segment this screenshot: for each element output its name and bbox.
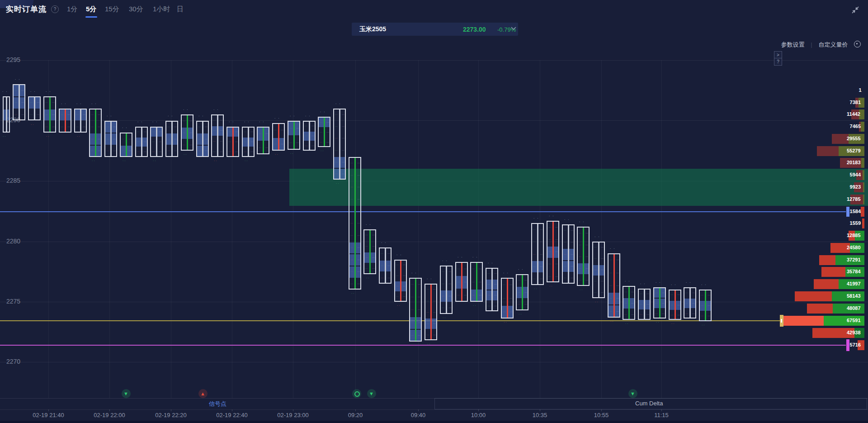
bid-volume-mark: ··· <box>472 280 475 283</box>
bid-volume-mark: ··· <box>624 313 627 316</box>
footer-strip <box>0 421 868 423</box>
bid-volume-mark: ··· <box>335 125 338 128</box>
tab-1小时[interactable]: 1小时 <box>153 5 170 14</box>
candle-delta-line <box>309 122 310 150</box>
param-settings-button[interactable]: 参数设置 <box>781 41 805 48</box>
candle-top-annotation: · · <box>290 114 296 118</box>
candle-delta-line <box>659 288 660 318</box>
bid-volume-mark: ··· <box>594 280 597 282</box>
candle-delta-line <box>65 109 66 132</box>
tab-30分[interactable]: 30分 <box>129 5 143 14</box>
bid-volume-mark: ··· <box>426 311 429 314</box>
bid-volume-mark: ··· <box>411 283 414 285</box>
ask-volume-mark: ··· <box>67 125 70 128</box>
ask-volume-mark: ··· <box>159 130 161 133</box>
bid-volume-mark: ··· <box>411 295 414 298</box>
candle-top-annotation: · · <box>15 78 21 81</box>
tab-5分[interactable]: 5分 <box>86 5 96 14</box>
candle-top-annotation: · · <box>137 120 143 124</box>
candle-top-annotation: · · <box>91 102 97 105</box>
ask-volume-mark: ··· <box>509 297 512 299</box>
signal-marker-ring-green[interactable] <box>352 389 361 398</box>
ask-volume-mark: ··· <box>281 128 283 131</box>
active-tab-underline <box>85 16 97 18</box>
candle-delta-annotation: ·· <box>77 135 81 138</box>
profile-sell-bar <box>783 316 824 326</box>
signal-marker-down-green[interactable]: ▼ <box>367 389 376 398</box>
ask-volume-mark: ··· <box>616 258 619 261</box>
bid-volume-mark: ··· <box>198 149 201 152</box>
ask-volume-mark: ··· <box>571 241 573 243</box>
candle-delta-annotation: ·· <box>610 320 614 323</box>
ask-volume-mark: ··· <box>448 306 451 309</box>
order-flow-window: 实时订单流 ? 1分5分15分30分1小时日 玉米2505 2273.00 -0… <box>0 0 868 423</box>
signal-marker-down-green[interactable]: ▼ <box>122 389 131 398</box>
ask-volume-mark: ··· <box>494 283 497 285</box>
bid-volume-mark: ··· <box>289 141 292 144</box>
bid-volume-mark: ··· <box>365 267 368 270</box>
candle-top-annotation: · · <box>518 268 524 271</box>
candle-delta-annotation: ·· <box>595 300 599 304</box>
ask-volume-mark: ··· <box>52 101 55 104</box>
signal-marker-up-red[interactable]: ▲ <box>198 389 208 398</box>
candle-delta-line <box>491 269 493 310</box>
bid-volume-mark: ··· <box>548 238 551 241</box>
profile-volume-value: 58143 <box>847 293 861 299</box>
ask-volume-mark: ··· <box>464 267 467 270</box>
ask-volume-mark: ··· <box>418 334 420 337</box>
ask-volume-mark: ··· <box>37 113 39 116</box>
bid-volume-mark: ··· <box>685 312 688 315</box>
candle-delta-line <box>110 122 112 156</box>
ask-volume-mark: ··· <box>357 222 360 224</box>
bid-volume-mark: ··· <box>106 125 109 128</box>
ask-volume-mark: ··· <box>403 274 406 277</box>
bid-volume-mark: ··· <box>609 284 612 287</box>
bid-volume-mark: ··· <box>701 304 703 307</box>
candle-top-annotation: · · <box>2 90 8 93</box>
ask-volume-mark: ··· <box>555 262 558 265</box>
ask-volume-mark: ··· <box>98 149 100 152</box>
tab-日[interactable]: 日 <box>177 5 184 14</box>
signal-marker-down-green[interactable]: ▼ <box>628 389 637 398</box>
signal-pane-label[interactable]: 信号点 <box>209 400 226 408</box>
bid-volume-mark: ··· <box>609 271 612 274</box>
candle-delta-line <box>568 225 569 283</box>
collapse-icon[interactable] <box>851 5 860 14</box>
ask-volume-mark: ··· <box>418 283 420 285</box>
bid-volume-mark: ··· <box>137 150 140 153</box>
tab-15分[interactable]: 15分 <box>105 5 119 14</box>
ask-volume-mark: ··· <box>479 294 481 296</box>
bid-volume-mark: ··· <box>122 138 124 140</box>
bid-volume-mark: ··· <box>320 131 322 133</box>
profile-sell-bar <box>814 279 839 289</box>
bid-volume-mark: ··· <box>579 243 581 246</box>
tab-1分[interactable]: 1分 <box>67 5 77 14</box>
help-icon[interactable]: ? <box>51 5 59 13</box>
bid-volume-mark: ··· <box>685 291 688 294</box>
ask-volume-mark: ··· <box>98 138 100 140</box>
panel-help-button[interactable]: ? <box>774 58 782 66</box>
custom-volume-button[interactable]: 自定义量价 <box>818 41 848 48</box>
candle-delta-line <box>507 279 508 318</box>
price-gridline <box>0 120 868 121</box>
bid-volume-mark: ··· <box>61 125 63 128</box>
candle-top-annotation: · · <box>549 214 555 218</box>
cum-delta-label[interactable]: Cum Delta <box>635 400 663 407</box>
candle-delta-line <box>49 97 51 132</box>
price-axis-label: 2285 <box>6 177 20 184</box>
bid-volume-mark: ··· <box>350 174 353 176</box>
profile-buy-bar <box>863 182 864 192</box>
ask-volume-mark: ··· <box>326 131 329 133</box>
time-axis-label: 02-19 21:40 <box>33 412 64 418</box>
profile-volume-value: 29555 <box>847 136 861 141</box>
ask-volume-mark: ··· <box>189 131 192 134</box>
price-axis-label: 2295 <box>6 56 20 63</box>
bid-volume-mark: ··· <box>91 113 94 116</box>
contract-selector[interactable]: 玉米2505 2273.00 -0.79% <box>352 23 518 36</box>
visibility-toggle-icon[interactable] <box>854 41 861 48</box>
bid-volume-mark: ··· <box>594 257 597 260</box>
bid-volume-mark: ··· <box>167 125 170 128</box>
bid-volume-mark: ··· <box>624 302 627 304</box>
bid-volume-mark: ··· <box>167 149 170 152</box>
candle-delta-line <box>278 124 279 150</box>
